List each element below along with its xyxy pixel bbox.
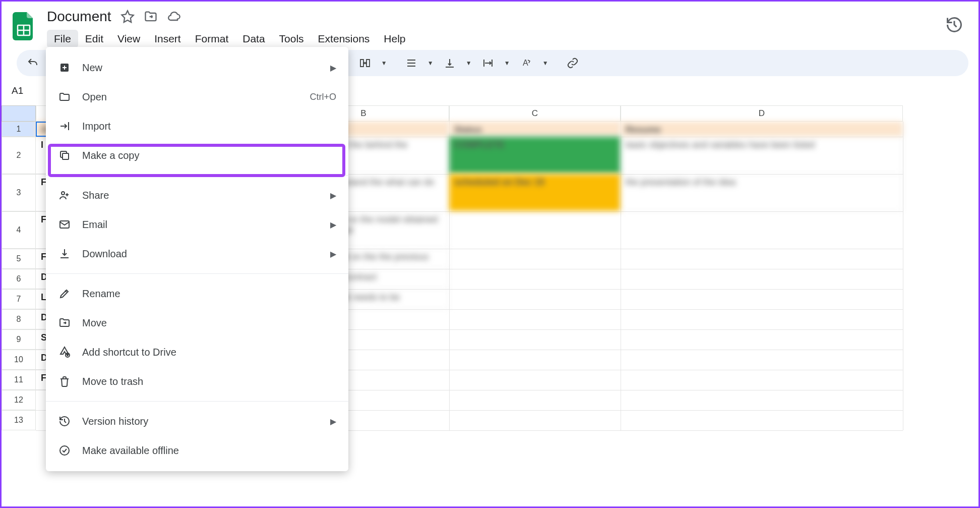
menu-extensions[interactable]: Extensions xyxy=(311,30,377,48)
h-align-button[interactable] xyxy=(401,53,421,73)
menu-data[interactable]: Data xyxy=(235,30,272,48)
link-button[interactable] xyxy=(563,53,583,73)
cell[interactable]: the presentation of the idea xyxy=(621,174,903,211)
row-header[interactable]: 7 xyxy=(2,289,36,309)
file-rename[interactable]: Rename xyxy=(46,279,348,308)
menu-edit[interactable]: Edit xyxy=(78,30,110,48)
folder-open-icon xyxy=(58,90,71,103)
submenu-arrow-icon: ▶ xyxy=(330,417,336,426)
rename-icon xyxy=(58,287,71,300)
file-new[interactable]: New ▶ xyxy=(46,53,348,82)
cell[interactable]: COMPLETE xyxy=(449,137,621,174)
copy-icon xyxy=(58,149,71,162)
submenu-arrow-icon: ▶ xyxy=(330,63,336,73)
file-version-history[interactable]: Version history ▶ xyxy=(46,407,348,436)
menu-insert[interactable]: Insert xyxy=(147,30,188,48)
drive-shortcut-icon xyxy=(58,346,71,359)
offline-icon xyxy=(58,444,71,457)
svg-point-21 xyxy=(62,192,65,195)
history-icon xyxy=(58,415,71,428)
row-header[interactable]: 2 xyxy=(2,137,36,174)
file-menu-dropdown: New ▶ Open Ctrl+O Import Make a copy Sha… xyxy=(46,47,348,471)
menu-separator xyxy=(46,273,348,274)
file-open[interactable]: Open Ctrl+O xyxy=(46,82,348,111)
row-header[interactable]: 9 xyxy=(2,329,36,350)
column-header[interactable]: D xyxy=(621,105,903,122)
v-align-dropdown-icon[interactable]: ▼ xyxy=(461,53,477,73)
svg-point-24 xyxy=(60,446,69,455)
file-import[interactable]: Import xyxy=(46,111,348,141)
cell[interactable]: scheduled on Dec 15 xyxy=(449,174,621,211)
cell[interactable]: basic objectives and variables have been… xyxy=(621,137,903,174)
wrap-dropdown-icon[interactable]: ▼ xyxy=(499,53,515,73)
share-icon xyxy=(58,189,71,202)
menu-view[interactable]: View xyxy=(110,30,147,48)
svg-text:A: A xyxy=(523,59,528,67)
file-available-offline[interactable]: Make available offline xyxy=(46,436,348,465)
v-align-button[interactable] xyxy=(440,53,460,73)
row-header[interactable]: 11 xyxy=(2,370,36,390)
h-align-dropdown-icon[interactable]: ▼ xyxy=(422,53,439,73)
menu-separator xyxy=(46,401,348,402)
file-share[interactable]: Share ▶ xyxy=(46,181,348,210)
file-download[interactable]: Download ▶ xyxy=(46,239,348,268)
name-box[interactable]: A1 xyxy=(7,85,38,96)
file-make-copy[interactable]: Make a copy xyxy=(46,141,348,170)
row-header[interactable]: 3 xyxy=(2,174,36,211)
submenu-arrow-icon: ▶ xyxy=(330,191,336,200)
submenu-arrow-icon: ▶ xyxy=(330,220,336,230)
cell[interactable]: Status xyxy=(449,122,621,137)
rotation-button[interactable]: A xyxy=(516,53,536,73)
import-icon xyxy=(58,120,71,133)
move-icon xyxy=(58,316,71,329)
row-header[interactable]: 10 xyxy=(2,350,36,370)
row-header[interactable]: 6 xyxy=(2,269,36,289)
svg-rect-20 xyxy=(63,153,69,159)
row-header[interactable]: 5 xyxy=(2,249,36,269)
merge-dropdown-icon[interactable]: ▼ xyxy=(376,53,392,73)
column-header[interactable]: C xyxy=(449,105,621,122)
wrap-button[interactable] xyxy=(478,53,498,73)
menu-help[interactable]: Help xyxy=(377,30,412,48)
move-folder-icon[interactable] xyxy=(144,10,158,24)
row-header[interactable]: 8 xyxy=(2,309,36,329)
file-move-trash[interactable]: Move to trash xyxy=(46,367,348,396)
rotation-dropdown-icon[interactable]: ▼ xyxy=(537,53,554,73)
file-move[interactable]: Move xyxy=(46,308,348,337)
row-header[interactable]: 13 xyxy=(2,410,36,430)
file-email[interactable]: Email ▶ xyxy=(46,210,348,239)
menu-bar: File Edit View Insert Format Data Tools … xyxy=(47,30,413,48)
merge-cells-button[interactable] xyxy=(355,53,375,73)
trash-icon xyxy=(58,375,71,388)
row-header[interactable]: 4 xyxy=(2,211,36,249)
undo-button[interactable] xyxy=(23,53,43,73)
menu-file[interactable]: File xyxy=(47,30,78,48)
select-all-corner[interactable] xyxy=(2,105,36,122)
submenu-arrow-icon: ▶ xyxy=(330,249,336,259)
star-icon[interactable] xyxy=(120,10,135,24)
menu-tools[interactable]: Tools xyxy=(272,30,311,48)
history-icon[interactable] xyxy=(945,16,963,34)
cloud-status-icon[interactable] xyxy=(167,10,181,24)
document-title[interactable]: Document xyxy=(47,9,111,25)
cell[interactable]: Resume xyxy=(621,122,903,137)
row-header[interactable]: 1 xyxy=(2,122,36,137)
sheets-logo[interactable] xyxy=(12,11,36,42)
email-icon xyxy=(58,218,71,231)
menu-format[interactable]: Format xyxy=(188,30,236,48)
new-icon xyxy=(58,61,71,74)
menu-separator xyxy=(46,175,348,176)
file-add-shortcut[interactable]: Add shortcut to Drive xyxy=(46,337,348,367)
download-icon xyxy=(58,247,71,260)
row-header[interactable]: 12 xyxy=(2,390,36,410)
app-header: Document File Edit View Insert Format Da… xyxy=(2,2,978,50)
